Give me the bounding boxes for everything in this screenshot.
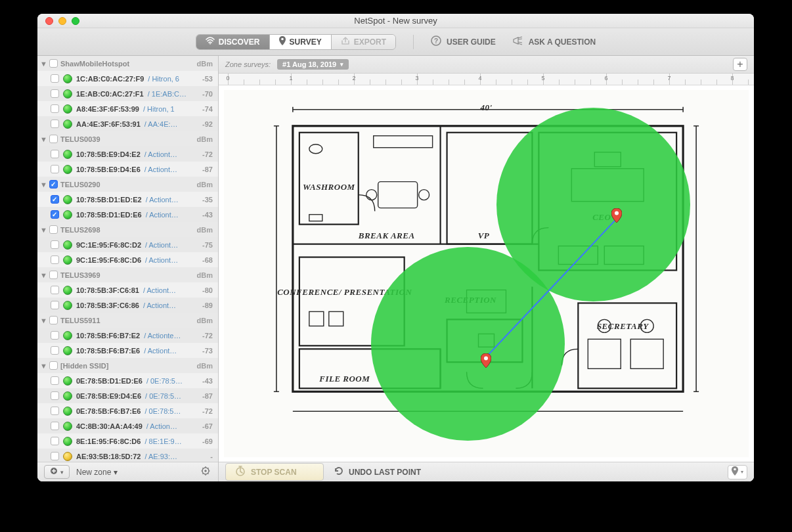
row-checkbox[interactable] [51, 255, 59, 264]
undo-button[interactable]: UNDO LAST POINT [333, 466, 421, 477]
canvas: Zone surveys: #1 Aug 18, 2019 ▾ + 012345… [219, 56, 754, 481]
map-area[interactable]: 40' WASHROOM BREAK AREA VP CEO CONFERENC… [219, 85, 754, 462]
row-checkbox[interactable] [51, 346, 59, 355]
signal-value: -53 [190, 75, 213, 83]
network-group[interactable]: ▼TELUS3969dBm [37, 267, 218, 282]
add-survey-button[interactable]: + [733, 58, 747, 71]
mac-address: AA:4E:3F:6F:53:91 [76, 120, 141, 128]
stop-scan-label: STOP SCAN [251, 468, 297, 477]
network-row[interactable]: 0E:78:5B:F6:B7:E6 / 0E:78:5…-72 [37, 403, 218, 418]
fp-room-ceo: CEO [592, 212, 611, 223]
network-row[interactable]: 10:78:5B:E9:D4:E6 / Actiont…-87 [37, 162, 218, 177]
vendor: / 0E:78:5… [145, 392, 187, 400]
network-row[interactable]: 0E:78:5B:E9:D4:E6 / 0E:78:5…-87 [37, 388, 218, 403]
signal-dot-icon [63, 120, 72, 129]
network-row[interactable]: 4C:8B:30:AA:A4:49 / Action…-67 [37, 418, 218, 433]
disclosure-triangle-icon[interactable]: ▼ [40, 181, 47, 188]
network-row[interactable]: 8E:1E:95:F6:8C:D6 / 8E:1E:9…-69 [37, 433, 218, 449]
row-checkbox[interactable] [51, 74, 59, 83]
row-checkbox[interactable] [51, 165, 59, 173]
row-checkbox[interactable] [51, 407, 59, 415]
vendor: / Action… [146, 422, 187, 430]
discover-tab[interactable]: DISCOVER [196, 35, 270, 49]
signal-dot-icon [63, 391, 72, 401]
network-group[interactable]: ▼TELUS5911dBm [37, 313, 218, 328]
network-group[interactable]: ▼TELUS0039dBm [37, 131, 218, 146]
survey-tab[interactable]: SURVEY [270, 35, 332, 49]
mac-address: 10:78:5B:3F:C6:86 [76, 301, 139, 309]
row-checkbox[interactable] [51, 376, 59, 385]
ruler-number: 8 [730, 75, 734, 81]
survey-chip[interactable]: #1 Aug 18, 2019 ▾ [277, 59, 349, 70]
network-row[interactable]: 10:78:5B:3F:C6:81 / Actiont…-80 [37, 282, 218, 298]
locate-button[interactable]: ▾ [728, 465, 747, 479]
row-checkbox[interactable] [51, 104, 59, 113]
network-row[interactable]: 10:78:5B:3F:C6:86 / Actiont…-89 [37, 298, 218, 313]
disclosure-triangle-icon[interactable]: ▼ [40, 60, 47, 68]
row-checkbox[interactable] [51, 437, 59, 445]
network-row[interactable]: 10:78:5B:E9:D4:E2 / Actiont…-72 [37, 146, 218, 162]
fp-room-secretary: SECRETARY [597, 321, 649, 332]
network-row[interactable]: 1E:AB:C0:AC:27:F1 / 1E:AB:C…-70 [37, 86, 218, 101]
network-group[interactable]: ▼TELUS2698dBm [37, 222, 218, 237]
group-checkbox[interactable] [49, 361, 58, 370]
signal-value: -43 [190, 211, 213, 219]
mac-address: 1C:AB:C0:AC:27:F9 [76, 75, 144, 83]
network-row[interactable]: 10:78:5B:D1:ED:E6 / Actiont…-43 [37, 207, 218, 222]
close-window-button[interactable] [45, 17, 53, 25]
row-checkbox[interactable] [51, 391, 59, 400]
disclosure-triangle-icon[interactable]: ▼ [40, 226, 47, 234]
ask-question-button[interactable]: ASK A QUESTION [513, 36, 596, 47]
network-row[interactable]: 9C:1E:95:F6:8C:D2 / Actiont…-75 [37, 237, 218, 252]
network-row[interactable]: 9C:1E:95:F6:8C:D6 / Actiont…-68 [37, 252, 218, 267]
row-checkbox[interactable] [51, 301, 59, 309]
gear-icon[interactable] [201, 466, 211, 477]
mac-address: 10:78:5B:D1:ED:E6 [76, 211, 142, 219]
minimize-window-button[interactable] [58, 17, 66, 25]
ruler-number: 6 [604, 75, 607, 81]
vendor: / 8E:1E:9… [144, 437, 187, 445]
row-checkbox[interactable] [51, 286, 59, 294]
dbm-header: dBm [197, 181, 213, 188]
export-tab[interactable]: EXPORT [332, 35, 395, 49]
row-checkbox[interactable] [51, 331, 59, 340]
dbm-header: dBm [197, 60, 213, 68]
disclosure-triangle-icon[interactable]: ▼ [40, 135, 47, 143]
group-checkbox[interactable] [49, 271, 58, 279]
network-group[interactable]: ▼TELUS0290dBm [37, 177, 218, 192]
network-row[interactable]: AE:93:5B:18:5D:72 / AE:93:…- [37, 449, 218, 462]
disclosure-triangle-icon[interactable]: ▼ [40, 362, 47, 370]
network-row[interactable]: A8:4E:3F:6F:53:99 / Hitron, 1-74 [37, 101, 218, 116]
row-checkbox[interactable] [51, 150, 59, 158]
zone-dropdown[interactable]: New zone ▾ [76, 468, 194, 477]
group-checkbox[interactable] [49, 180, 58, 188]
row-checkbox[interactable] [51, 422, 59, 430]
disclosure-triangle-icon[interactable]: ▼ [40, 317, 47, 324]
network-row[interactable]: 1C:AB:C0:AC:27:F9 / Hitron, 6-53 [37, 71, 218, 86]
mac-address: A8:4E:3F:6F:53:99 [76, 105, 139, 113]
network-list[interactable]: ▼ShawMobileHotspotdBm1C:AB:C0:AC:27:F9 /… [37, 56, 218, 462]
row-checkbox[interactable] [51, 210, 59, 219]
network-row[interactable]: 10:78:5B:F6:B7:E2 / Actionte…-72 [37, 328, 218, 343]
network-row[interactable]: 10:78:5B:D1:ED:E2 / Actiont…-35 [37, 192, 218, 207]
network-row[interactable]: AA:4E:3F:6F:53:91 / AA:4E:…-92 [37, 116, 218, 131]
row-checkbox[interactable] [51, 452, 59, 460]
network-row[interactable]: 10:78:5B:F6:B7:E6 / Actiont…-73 [37, 343, 218, 358]
disclosure-triangle-icon[interactable]: ▼ [40, 271, 47, 279]
row-checkbox[interactable] [51, 89, 59, 98]
stop-scan-button[interactable]: STOP SCAN [225, 463, 324, 481]
row-checkbox[interactable] [51, 120, 59, 128]
user-guide-button[interactable]: ? USER GUIDE [431, 35, 496, 48]
group-checkbox[interactable] [49, 225, 58, 234]
network-row[interactable]: 0E:78:5B:D1:ED:E6 / 0E:78:5…-43 [37, 373, 218, 388]
zoom-window-button[interactable] [72, 17, 79, 25]
row-checkbox[interactable] [51, 240, 59, 249]
group-checkbox[interactable] [49, 316, 58, 324]
row-checkbox[interactable] [51, 195, 59, 204]
signal-dot-icon [63, 165, 72, 174]
network-group[interactable]: ▼ShawMobileHotspotdBm [37, 56, 218, 71]
network-group[interactable]: ▼[Hidden SSID]dBm [37, 358, 218, 373]
group-checkbox[interactable] [49, 59, 58, 68]
group-checkbox[interactable] [49, 135, 58, 143]
add-zone-button[interactable]: ▾ [44, 465, 70, 479]
